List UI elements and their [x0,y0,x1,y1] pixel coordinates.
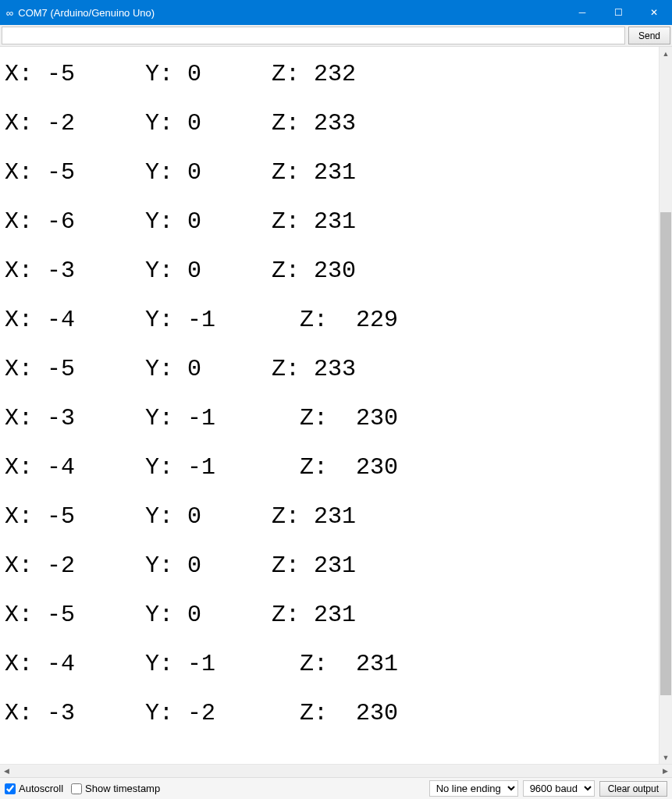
serial-output[interactable]: X: -5 Y: 0 Z: 232 X: -2 Y: 0 Z: 233 X: -… [0,47,672,764]
line-ending-select[interactable]: No line ending [429,780,518,797]
horizontal-scrollbar[interactable]: ◀ ▶ [0,764,672,777]
vscroll-track[interactable] [660,60,672,751]
autoscroll-checkbox[interactable]: Autoscroll [5,783,63,794]
timestamp-checkbox[interactable]: Show timestamp [71,783,160,794]
baud-select[interactable]: 9600 baud [523,780,595,797]
clear-output-button[interactable]: Clear output [599,781,667,797]
hscroll-track[interactable] [13,765,659,777]
vertical-scrollbar[interactable]: ▲ ▼ [659,47,672,764]
scroll-left-icon[interactable]: ◀ [0,765,13,777]
window-title: COM7 (Arduino/Genuino Uno) [18,7,155,19]
titlebar: ∞ COM7 (Arduino/Genuino Uno) ─ ☐ ✕ [0,0,672,25]
minimize-button[interactable]: ─ [564,0,600,25]
send-toolbar: Send [0,25,672,47]
vscroll-thumb[interactable] [660,212,671,696]
close-button[interactable]: ✕ [636,0,672,25]
send-button[interactable]: Send [628,27,670,44]
serial-input[interactable] [2,27,625,44]
timestamp-label: Show timestamp [85,783,160,794]
output-area: X: -5 Y: 0 Z: 232 X: -2 Y: 0 Z: 233 X: -… [0,47,672,777]
autoscroll-input[interactable] [5,783,16,794]
autoscroll-label: Autoscroll [19,783,63,794]
scroll-right-icon[interactable]: ▶ [659,765,672,777]
maximize-button[interactable]: ☐ [600,0,636,25]
timestamp-input[interactable] [71,783,82,794]
scroll-down-icon[interactable]: ▼ [660,751,672,764]
arduino-icon: ∞ [6,8,13,18]
statusbar: Autoscroll Show timestamp No line ending… [0,777,672,799]
scroll-up-icon[interactable]: ▲ [660,47,672,60]
